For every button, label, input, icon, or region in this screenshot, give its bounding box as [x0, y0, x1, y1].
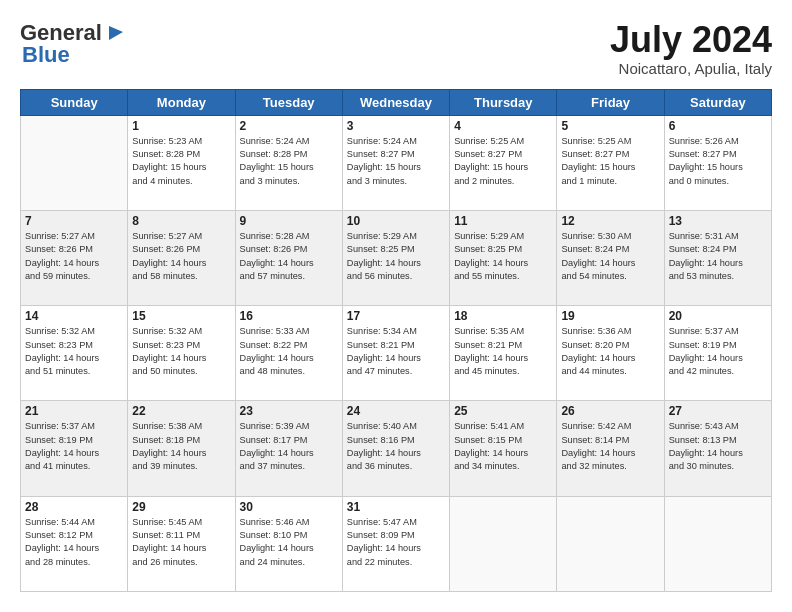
day-number: 12 [561, 214, 659, 228]
day-number: 31 [347, 500, 445, 514]
day-info: Sunrise: 5:47 AMSunset: 8:09 PMDaylight:… [347, 516, 445, 569]
day-number: 24 [347, 404, 445, 418]
day-info: Sunrise: 5:44 AMSunset: 8:12 PMDaylight:… [25, 516, 123, 569]
calendar-day-cell: 19Sunrise: 5:36 AMSunset: 8:20 PMDayligh… [557, 306, 664, 401]
day-number: 2 [240, 119, 338, 133]
day-number: 3 [347, 119, 445, 133]
day-number: 15 [132, 309, 230, 323]
calendar-week-row: 21Sunrise: 5:37 AMSunset: 8:19 PMDayligh… [21, 401, 772, 496]
calendar-day-cell: 18Sunrise: 5:35 AMSunset: 8:21 PMDayligh… [450, 306, 557, 401]
calendar-day-header: Wednesday [342, 89, 449, 115]
day-info: Sunrise: 5:29 AMSunset: 8:25 PMDaylight:… [347, 230, 445, 283]
calendar-day-cell: 15Sunrise: 5:32 AMSunset: 8:23 PMDayligh… [128, 306, 235, 401]
location: Noicattaro, Apulia, Italy [610, 60, 772, 77]
day-number: 1 [132, 119, 230, 133]
day-number: 19 [561, 309, 659, 323]
calendar-header-row: SundayMondayTuesdayWednesdayThursdayFrid… [21, 89, 772, 115]
day-number: 17 [347, 309, 445, 323]
calendar-day-cell: 16Sunrise: 5:33 AMSunset: 8:22 PMDayligh… [235, 306, 342, 401]
calendar-day-cell [450, 496, 557, 591]
day-info: Sunrise: 5:34 AMSunset: 8:21 PMDaylight:… [347, 325, 445, 378]
calendar-day-cell: 12Sunrise: 5:30 AMSunset: 8:24 PMDayligh… [557, 210, 664, 305]
day-number: 6 [669, 119, 767, 133]
calendar-day-cell [664, 496, 771, 591]
calendar-week-row: 28Sunrise: 5:44 AMSunset: 8:12 PMDayligh… [21, 496, 772, 591]
calendar-day-cell: 26Sunrise: 5:42 AMSunset: 8:14 PMDayligh… [557, 401, 664, 496]
calendar-day-cell: 27Sunrise: 5:43 AMSunset: 8:13 PMDayligh… [664, 401, 771, 496]
calendar-day-cell: 11Sunrise: 5:29 AMSunset: 8:25 PMDayligh… [450, 210, 557, 305]
calendar-week-row: 14Sunrise: 5:32 AMSunset: 8:23 PMDayligh… [21, 306, 772, 401]
day-number: 20 [669, 309, 767, 323]
day-info: Sunrise: 5:32 AMSunset: 8:23 PMDaylight:… [25, 325, 123, 378]
day-info: Sunrise: 5:38 AMSunset: 8:18 PMDaylight:… [132, 420, 230, 473]
calendar-body: 1Sunrise: 5:23 AMSunset: 8:28 PMDaylight… [21, 115, 772, 591]
calendar-day-cell: 29Sunrise: 5:45 AMSunset: 8:11 PMDayligh… [128, 496, 235, 591]
day-number: 16 [240, 309, 338, 323]
day-info: Sunrise: 5:33 AMSunset: 8:22 PMDaylight:… [240, 325, 338, 378]
calendar-day-cell: 10Sunrise: 5:29 AMSunset: 8:25 PMDayligh… [342, 210, 449, 305]
day-number: 4 [454, 119, 552, 133]
day-number: 13 [669, 214, 767, 228]
day-number: 25 [454, 404, 552, 418]
page: General Blue July 2024 Noicattaro, Apuli… [0, 0, 792, 612]
day-number: 23 [240, 404, 338, 418]
day-info: Sunrise: 5:42 AMSunset: 8:14 PMDaylight:… [561, 420, 659, 473]
calendar-day-cell: 13Sunrise: 5:31 AMSunset: 8:24 PMDayligh… [664, 210, 771, 305]
day-info: Sunrise: 5:37 AMSunset: 8:19 PMDaylight:… [669, 325, 767, 378]
logo: General Blue [20, 20, 127, 68]
day-info: Sunrise: 5:29 AMSunset: 8:25 PMDaylight:… [454, 230, 552, 283]
calendar-day-header: Friday [557, 89, 664, 115]
calendar-day-cell: 20Sunrise: 5:37 AMSunset: 8:19 PMDayligh… [664, 306, 771, 401]
logo-blue-text: Blue [22, 42, 70, 68]
calendar-day-cell [21, 115, 128, 210]
calendar-day-header: Monday [128, 89, 235, 115]
day-info: Sunrise: 5:25 AMSunset: 8:27 PMDaylight:… [454, 135, 552, 188]
calendar-day-cell [557, 496, 664, 591]
calendar-day-cell: 28Sunrise: 5:44 AMSunset: 8:12 PMDayligh… [21, 496, 128, 591]
day-info: Sunrise: 5:31 AMSunset: 8:24 PMDaylight:… [669, 230, 767, 283]
day-number: 8 [132, 214, 230, 228]
calendar-day-cell: 9Sunrise: 5:28 AMSunset: 8:26 PMDaylight… [235, 210, 342, 305]
day-info: Sunrise: 5:35 AMSunset: 8:21 PMDaylight:… [454, 325, 552, 378]
calendar-day-cell: 17Sunrise: 5:34 AMSunset: 8:21 PMDayligh… [342, 306, 449, 401]
calendar-week-row: 7Sunrise: 5:27 AMSunset: 8:26 PMDaylight… [21, 210, 772, 305]
month-title: July 2024 [610, 20, 772, 60]
day-number: 5 [561, 119, 659, 133]
day-info: Sunrise: 5:25 AMSunset: 8:27 PMDaylight:… [561, 135, 659, 188]
day-info: Sunrise: 5:46 AMSunset: 8:10 PMDaylight:… [240, 516, 338, 569]
day-info: Sunrise: 5:24 AMSunset: 8:27 PMDaylight:… [347, 135, 445, 188]
day-info: Sunrise: 5:37 AMSunset: 8:19 PMDaylight:… [25, 420, 123, 473]
day-number: 22 [132, 404, 230, 418]
day-number: 14 [25, 309, 123, 323]
calendar-day-cell: 24Sunrise: 5:40 AMSunset: 8:16 PMDayligh… [342, 401, 449, 496]
calendar-day-header: Sunday [21, 89, 128, 115]
calendar-day-cell: 7Sunrise: 5:27 AMSunset: 8:26 PMDaylight… [21, 210, 128, 305]
calendar-day-header: Thursday [450, 89, 557, 115]
calendar-day-header: Tuesday [235, 89, 342, 115]
day-number: 21 [25, 404, 123, 418]
calendar-day-cell: 4Sunrise: 5:25 AMSunset: 8:27 PMDaylight… [450, 115, 557, 210]
calendar-day-cell: 8Sunrise: 5:27 AMSunset: 8:26 PMDaylight… [128, 210, 235, 305]
logo-arrow-icon [105, 22, 127, 44]
day-info: Sunrise: 5:30 AMSunset: 8:24 PMDaylight:… [561, 230, 659, 283]
day-info: Sunrise: 5:41 AMSunset: 8:15 PMDaylight:… [454, 420, 552, 473]
day-info: Sunrise: 5:40 AMSunset: 8:16 PMDaylight:… [347, 420, 445, 473]
day-number: 26 [561, 404, 659, 418]
calendar-day-cell: 21Sunrise: 5:37 AMSunset: 8:19 PMDayligh… [21, 401, 128, 496]
svg-marker-0 [109, 26, 123, 40]
day-info: Sunrise: 5:43 AMSunset: 8:13 PMDaylight:… [669, 420, 767, 473]
day-number: 9 [240, 214, 338, 228]
day-info: Sunrise: 5:23 AMSunset: 8:28 PMDaylight:… [132, 135, 230, 188]
day-number: 18 [454, 309, 552, 323]
calendar-day-cell: 6Sunrise: 5:26 AMSunset: 8:27 PMDaylight… [664, 115, 771, 210]
day-number: 10 [347, 214, 445, 228]
calendar-day-cell: 22Sunrise: 5:38 AMSunset: 8:18 PMDayligh… [128, 401, 235, 496]
calendar-day-cell: 23Sunrise: 5:39 AMSunset: 8:17 PMDayligh… [235, 401, 342, 496]
day-info: Sunrise: 5:27 AMSunset: 8:26 PMDaylight:… [25, 230, 123, 283]
calendar-day-header: Saturday [664, 89, 771, 115]
calendar-week-row: 1Sunrise: 5:23 AMSunset: 8:28 PMDaylight… [21, 115, 772, 210]
calendar-day-cell: 3Sunrise: 5:24 AMSunset: 8:27 PMDaylight… [342, 115, 449, 210]
day-number: 29 [132, 500, 230, 514]
calendar-day-cell: 31Sunrise: 5:47 AMSunset: 8:09 PMDayligh… [342, 496, 449, 591]
calendar-table: SundayMondayTuesdayWednesdayThursdayFrid… [20, 89, 772, 592]
